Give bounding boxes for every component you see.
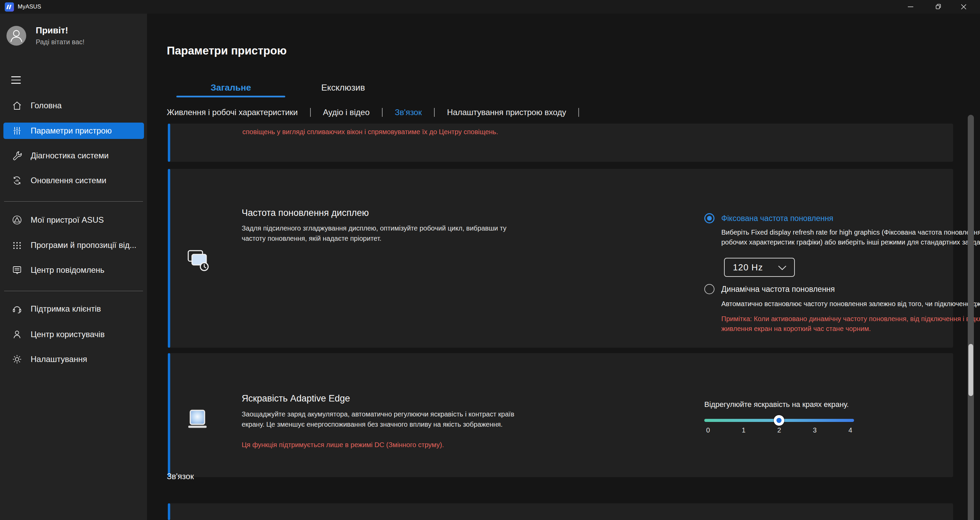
subtab-separator	[310, 108, 311, 117]
sliders-icon	[12, 126, 22, 136]
sidebar-item-label: Налаштування	[31, 351, 87, 367]
sidebar-divider	[4, 291, 143, 291]
radio-fixed-description: Виберіть Fixed display refresh rate for …	[721, 228, 980, 247]
chevron-down-icon	[778, 265, 787, 270]
display-refresh-clock-icon	[186, 249, 211, 273]
system-update-icon	[12, 175, 22, 186]
gear-icon	[12, 354, 22, 364]
notification-note-text: сповіщень у вигляді спливаючих вікон і с…	[242, 127, 498, 137]
scrollbar-thumb[interactable]	[969, 344, 973, 396]
greeting-title: Привіт!	[36, 25, 68, 36]
sidebar-item-label: Параметри пристрою	[31, 123, 111, 139]
notifications-card-partial: сповіщень у вигляді спливаючих вікон і с…	[168, 124, 953, 162]
asus-device-icon	[12, 215, 22, 225]
home-icon	[12, 100, 22, 111]
tick-label: 1	[740, 426, 748, 434]
radio-dynamic-refresh[interactable]	[704, 284, 714, 294]
subtab-power-performance[interactable]: Живлення і робочі характеристики	[167, 108, 298, 117]
radio-dynamic-label[interactable]: Динамічна частота поновлення	[721, 285, 835, 294]
card-note: Ця функція підтримується лише в режимі D…	[242, 441, 521, 449]
sidebar-item-label: Оновлення системи	[31, 172, 106, 189]
subtab-row: Живлення і робочі характеристики Аудіо і…	[167, 106, 591, 118]
sidebar-item-apps-offers[interactable]: Програми й пропозиції від...	[0, 237, 147, 254]
card-accent-stripe	[168, 503, 170, 520]
tab-exclusive[interactable]: Ексклюзив	[296, 80, 391, 97]
sidebar-item-customer-support[interactable]: Підтримка клієнтів	[0, 301, 147, 317]
sidebar-item-home[interactable]: Головна	[0, 97, 147, 114]
message-icon	[12, 265, 22, 275]
sidebar-item-label: Центр користувачів	[31, 326, 105, 343]
app-title: MyASUS	[18, 0, 41, 14]
myasus-logo-icon	[5, 2, 14, 11]
radio-dynamic-note: Примітка: Коли активовано динамічну част…	[721, 314, 980, 334]
dropdown-value: 120 Hz	[733, 258, 763, 276]
refresh-rate-card: Частота поновлення дисплею Задля підсиле…	[168, 169, 953, 348]
user-icon	[12, 329, 22, 340]
sidebar-item-label: Центр повідомлень	[31, 262, 105, 278]
subtab-input-device[interactable]: Налаштування пристрою входу	[447, 108, 566, 117]
apps-grid-icon	[12, 240, 22, 250]
tick-label: 4	[846, 426, 854, 434]
section-heading-connectivity: Зв'язок	[167, 472, 194, 481]
hamburger-menu-button[interactable]	[11, 76, 21, 85]
sidebar-item-my-asus-devices[interactable]: Мої пристрої ASUS	[0, 212, 147, 228]
restore-button[interactable]	[931, 0, 946, 14]
card-accent-stripe	[168, 353, 170, 477]
close-button[interactable]	[956, 0, 972, 14]
sidebar-item-label: Підтримка клієнтів	[31, 301, 101, 317]
tick-label: 3	[811, 426, 819, 434]
tab-label: Ексклюзив	[321, 82, 365, 93]
refresh-rate-dropdown[interactable]: 120 Hz	[724, 258, 795, 277]
tick-label: 2	[775, 426, 783, 434]
subtab-separator	[382, 108, 383, 117]
sidebar-item-system-update[interactable]: Оновлення системи	[0, 172, 147, 189]
radio-dynamic-description: Автоматично встановлює частоту поновленн…	[721, 299, 980, 309]
card-description: Задля підсиленого згладжування дисплею, …	[242, 223, 514, 244]
connectivity-card-partial	[168, 503, 953, 520]
sidebar-item-label: Мої пристрої ASUS	[31, 212, 104, 228]
sidebar-item-user-center[interactable]: Центр користувачів	[0, 326, 147, 343]
sidebar-item-device-settings[interactable]: Параметри пристрою	[0, 123, 147, 139]
myasus-window: MyASUS Привіт! Раді вітати вас!	[0, 0, 980, 520]
tick-label: 0	[704, 426, 712, 434]
subtab-audio-video[interactable]: Аудіо і відео	[323, 108, 370, 117]
titlebar: MyASUS	[0, 0, 980, 14]
subtab-separator	[434, 108, 435, 117]
active-tab-underline	[176, 96, 285, 97]
brightness-slider-label: Відрегулюйте яскравість на краях екрану.	[704, 400, 849, 409]
sidebar-item-label: Програми й пропозиції від...	[31, 237, 137, 254]
sidebar-item-settings[interactable]: Налаштування	[0, 351, 147, 367]
wrench-icon	[12, 150, 22, 161]
card-title: Яскравість Adaptive Edge	[242, 393, 350, 404]
avatar[interactable]	[6, 26, 26, 46]
brightness-slider-handle[interactable]	[774, 415, 784, 426]
greeting-subtitle: Раді вітати вас!	[36, 38, 84, 46]
scrollbar-track[interactable]	[968, 115, 974, 520]
laptop-brightness-icon	[186, 410, 209, 430]
headset-icon	[12, 304, 22, 314]
sidebar-divider	[4, 201, 143, 202]
subtab-separator	[578, 108, 579, 117]
card-title: Частота поновлення дисплею	[242, 208, 369, 218]
card-accent-stripe	[168, 169, 170, 348]
tab-label: Загальне	[211, 82, 251, 93]
adaptive-edge-card: Яскравість Adaptive Edge Заощаджуйте зар…	[168, 353, 953, 477]
sidebar-item-system-diagnosis[interactable]: Діагностика системи	[0, 147, 147, 164]
sidebar-item-label: Діагностика системи	[31, 147, 108, 164]
page-title: Параметри пристрою	[167, 44, 286, 57]
slider-tick-labels: 0 1 2 3 4	[704, 426, 854, 434]
subtab-connectivity[interactable]: Зв'язок	[395, 108, 422, 117]
tab-general[interactable]: Загальне	[176, 80, 285, 97]
radio-fixed-refresh[interactable]	[704, 213, 714, 223]
sidebar-item-label: Головна	[31, 97, 62, 114]
sidebar: Привіт! Раді вітати вас! Головна	[0, 14, 147, 520]
card-accent-stripe	[168, 124, 170, 162]
main-content: Параметри пристрою Загальне Ексклюзив Жи…	[147, 14, 980, 520]
minimize-button[interactable]	[903, 0, 918, 14]
sidebar-item-message-center[interactable]: Центр повідомлень	[0, 262, 147, 278]
radio-fixed-label[interactable]: Фіксована частота поновлення	[721, 214, 833, 223]
card-description: Заощаджуйте заряд акумулятора, автоматич…	[242, 409, 521, 429]
